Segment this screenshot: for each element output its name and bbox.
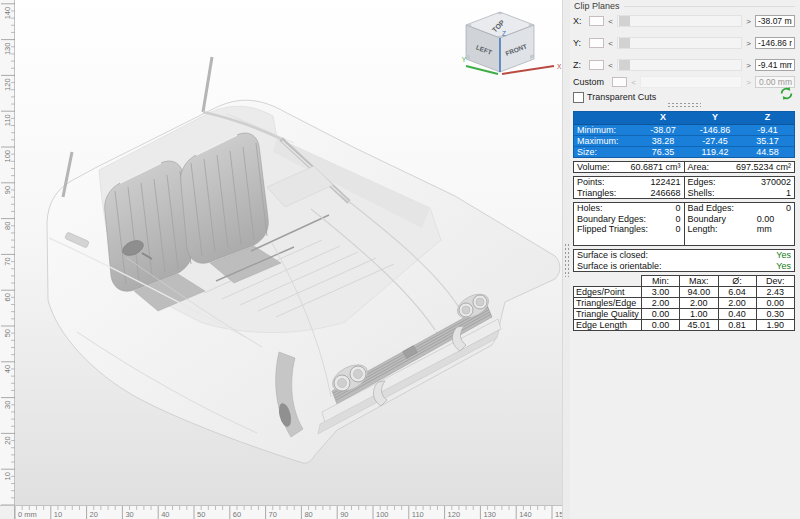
clip-planes-section: Clip Planes X: < > Y: < > Z: < <box>573 0 795 100</box>
z-clip-slider[interactable] <box>617 59 742 71</box>
area-value: 697.5234 cm² <box>736 162 791 173</box>
x-decrement-button[interactable]: < <box>607 17 614 26</box>
refresh-icon <box>779 86 794 101</box>
clip-row-z: Z: < > <box>573 58 795 72</box>
boundary-edges-label: Boundary Edges: <box>577 214 646 225</box>
z-clip-value-input[interactable] <box>755 59 795 71</box>
bounds-value: 119.42 <box>689 146 741 157</box>
surface-closed-value: Yes <box>776 250 791 261</box>
x-clip-value-input[interactable] <box>755 15 795 27</box>
horizontal-ruler: 0 mm102030405060708090100110120130140150 <box>15 505 562 519</box>
x-clip-enable-box[interactable] <box>589 16 604 26</box>
quality-value: 2.00 <box>680 298 718 309</box>
bounds-col-x: X <box>637 112 689 125</box>
quality-value: 94.00 <box>680 287 718 298</box>
bounds-value: -38.07 <box>637 125 689 135</box>
area-label: Area: <box>688 162 710 173</box>
svg-text:50: 50 <box>3 329 12 337</box>
quality-value: 2.00 <box>642 298 680 309</box>
quality-row-label: Triangles/Edge <box>574 298 642 309</box>
bounds-col-y: Y <box>689 112 741 125</box>
svg-text:120: 120 <box>3 78 12 91</box>
y-clip-slider[interactable] <box>617 37 742 49</box>
quality-table: Min: Max: Ø: Dev: Edges/Point 3.00 94.00… <box>573 275 795 331</box>
svg-text:10: 10 <box>3 472 12 480</box>
quality-col-max: Max: <box>680 276 718 287</box>
bounds-corner-cell <box>574 112 637 125</box>
x-clip-slider-thumb[interactable] <box>619 16 630 26</box>
z-increment-button[interactable]: > <box>745 61 752 70</box>
quality-col-dev: Dev: <box>756 276 794 287</box>
svg-text:10: 10 <box>54 510 62 519</box>
bounds-value: 76.35 <box>637 146 689 157</box>
boundary-edges-value: 0 <box>675 214 680 225</box>
z-clip-slider-thumb[interactable] <box>619 60 630 70</box>
svg-text:130: 130 <box>3 43 12 56</box>
svg-text:20: 20 <box>3 436 12 444</box>
section-splitter[interactable] <box>573 101 795 108</box>
svg-text:70: 70 <box>3 257 12 265</box>
view-cube[interactable]: TOP LEFT FRONT Z Y X <box>460 8 570 88</box>
refresh-button[interactable] <box>778 86 794 102</box>
quality-value: 1.90 <box>756 320 794 331</box>
triangles-value: 246668 <box>650 188 680 199</box>
svg-text:130: 130 <box>483 510 496 519</box>
quality-row-label: Triangle Quality <box>574 309 642 320</box>
quality-row-label: Edges/Point <box>574 287 642 298</box>
bounds-value: -27.45 <box>689 135 741 146</box>
y-increment-button[interactable]: > <box>745 39 752 48</box>
bounds-table: X Y Z Minimum: -38.07 -146.86 -9.41 Maxi… <box>573 111 795 158</box>
x-axis-label: X: <box>573 16 586 26</box>
surface-status-box: Surface is closed:Yes Surface is orienta… <box>573 249 795 272</box>
quality-value: 0.00 <box>642 309 680 320</box>
x-increment-button[interactable]: > <box>745 17 752 26</box>
svg-text:140: 140 <box>519 510 532 519</box>
svg-text:90: 90 <box>340 510 348 519</box>
x-clip-slider[interactable] <box>617 15 742 27</box>
z-clip-enable-box[interactable] <box>589 60 604 70</box>
bad-edges-label: Bad Edges: <box>688 203 735 214</box>
axis-z-label: Z <box>502 30 506 37</box>
y-clip-slider-thumb[interactable] <box>619 38 630 48</box>
custom-decrement-button: < <box>630 78 637 87</box>
svg-text:80: 80 <box>304 510 312 519</box>
quality-value: 0.00 <box>642 320 680 331</box>
volume-value: 60.6871 cm³ <box>630 162 680 173</box>
surface-orientable-value: Yes <box>776 261 791 272</box>
bounds-row-label: Maximum: <box>574 135 637 146</box>
vertical-ruler: 0 mm102030405060708090100110120130140 <box>0 0 15 505</box>
svg-text:30: 30 <box>3 401 12 409</box>
svg-text:100: 100 <box>376 510 389 519</box>
panel-splitter[interactable] <box>562 0 570 519</box>
3d-viewport[interactable]: TOP LEFT FRONT Z Y X <box>15 0 562 505</box>
boundary-length-label: Boundary Length: <box>688 214 757 235</box>
quality-value: 0.00 <box>756 298 794 309</box>
table-row: Edges/Point 3.00 94.00 6.04 2.43 <box>574 287 795 298</box>
quality-corner-cell <box>574 276 642 287</box>
y-clip-value-input[interactable] <box>755 37 795 49</box>
splitter-grip-icon <box>564 243 569 277</box>
svg-text:20: 20 <box>90 510 98 519</box>
z-decrement-button[interactable]: < <box>607 61 614 70</box>
z-axis-label: Z: <box>573 60 586 70</box>
y-clip-enable-box[interactable] <box>589 38 604 48</box>
y-decrement-button[interactable]: < <box>607 39 614 48</box>
shells-value: 1 <box>786 188 791 199</box>
bounds-value: 35.17 <box>741 135 794 146</box>
surface-orientable-label: Surface is orientable: <box>577 261 662 272</box>
statistics-section: X Y Z Minimum: -38.07 -146.86 -9.41 Maxi… <box>573 111 795 331</box>
table-row: Edge Length 0.00 45.01 0.81 1.90 <box>574 320 795 331</box>
volume-label: Volume: <box>577 162 610 173</box>
quality-col-avg: Ø: <box>718 276 756 287</box>
svg-text:40: 40 <box>161 510 169 519</box>
custom-clip-enable-box[interactable] <box>612 77 627 87</box>
svg-text:140: 140 <box>3 7 12 20</box>
quality-value: 0.81 <box>718 320 756 331</box>
svg-text:40: 40 <box>3 365 12 373</box>
flipped-triangles-value: 0 <box>675 224 680 235</box>
ruler-corner <box>0 505 15 519</box>
bounds-col-z: Z <box>741 112 794 125</box>
defects-box: Holes:0 Boundary Edges:0 Flipped Triangl… <box>573 202 795 246</box>
table-row: Triangle Quality 0.00 1.00 0.40 0.30 <box>574 309 795 320</box>
custom-label: Custom <box>573 77 609 87</box>
